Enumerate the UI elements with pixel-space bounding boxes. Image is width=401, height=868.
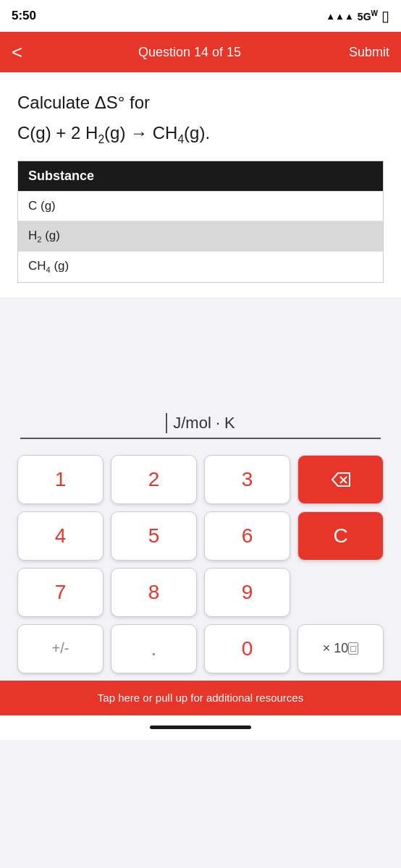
key-2[interactable]: 2 (111, 455, 197, 504)
content-spacer (0, 297, 401, 399)
battery-icon: ▯ (381, 7, 389, 25)
status-time: 5:50 (12, 9, 36, 23)
nav-bar: < Question 14 of 15 Submit (0, 32, 401, 72)
question-area: Calculate ΔS° for C(g) + 2 H2(g) → CH4(g… (0, 72, 401, 297)
key-5[interactable]: 5 (111, 511, 197, 561)
table-row: H2 (g) (18, 221, 384, 251)
equation: C(g) + 2 H2(g) → CH4(g). (17, 123, 384, 146)
back-button[interactable]: < (12, 41, 41, 64)
key-backspace[interactable] (297, 455, 384, 504)
key-6[interactable]: 6 (204, 511, 290, 561)
key-0[interactable]: 0 (204, 624, 290, 673)
table-row: C (g) (18, 191, 384, 221)
keypad: 1 2 3 4 5 6 C 7 8 9 +/- . 0 (9, 445, 392, 681)
home-bar (150, 726, 251, 729)
status-bar: 5:50 ▲▲▲ 5GW ▯ (0, 0, 401, 32)
key-x10[interactable]: × 10□ (297, 624, 384, 673)
key-empty (297, 568, 384, 617)
question-instruction: Calculate ΔS° for (17, 93, 384, 113)
signal-bars-icon: ▲▲▲ (326, 11, 354, 22)
substance-table: Substance C (g) H2 (g) CH4 (g) (17, 161, 384, 283)
input-display[interactable]: J/mol · K (20, 413, 381, 439)
key-7[interactable]: 7 (17, 568, 104, 617)
key-1[interactable]: 1 (17, 455, 104, 504)
table-row: CH4 (g) (18, 252, 384, 282)
table-cell-substance-2: H2 (g) (18, 221, 384, 251)
status-icons: ▲▲▲ 5GW ▯ (326, 7, 389, 25)
network-label: 5GW (358, 9, 378, 22)
input-cursor (166, 413, 167, 433)
backspace-icon (331, 472, 351, 488)
bottom-bar[interactable]: Tap here or pull up for additional resou… (0, 681, 401, 715)
bottom-bar-label: Tap here or pull up for additional resou… (98, 692, 303, 704)
table-header-substance: Substance (18, 161, 384, 191)
key-4[interactable]: 4 (17, 511, 104, 561)
main-content: Calculate ΔS° for C(g) + 2 H2(g) → CH4(g… (0, 72, 401, 681)
question-progress: Question 14 of 15 (41, 45, 339, 60)
key-8[interactable]: 8 (111, 568, 197, 617)
submit-button[interactable]: Submit (339, 45, 389, 60)
key-decimal[interactable]: . (111, 624, 197, 673)
key-plus-minus[interactable]: +/- (17, 624, 104, 673)
key-9[interactable]: 9 (204, 568, 290, 617)
key-clear[interactable]: C (297, 511, 384, 561)
table-cell-substance-3: CH4 (g) (18, 252, 384, 282)
unit-label: J/mol · K (173, 414, 235, 433)
table-cell-substance-1: C (g) (18, 191, 384, 221)
home-indicator (0, 715, 401, 740)
key-3[interactable]: 3 (204, 455, 290, 504)
calculator-section: J/mol · K 1 2 3 4 5 6 C 7 8 9 (0, 399, 401, 681)
